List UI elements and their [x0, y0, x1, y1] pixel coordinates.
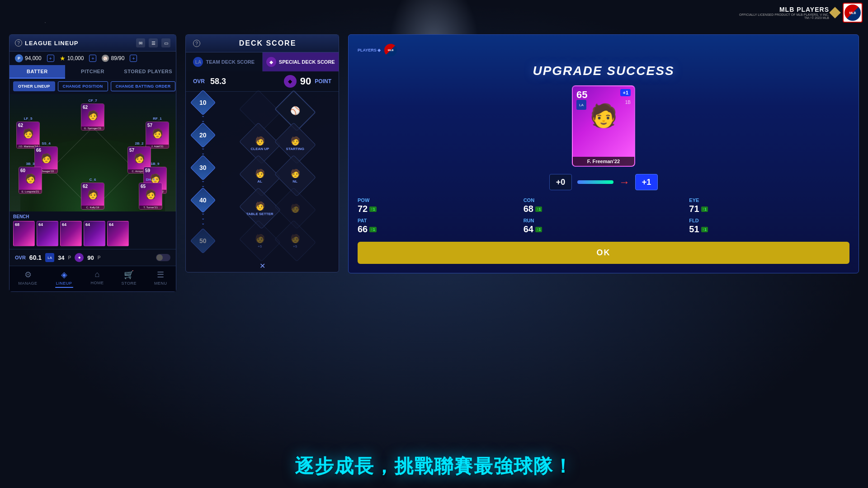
- settings-icon[interactable]: ☰: [149, 38, 158, 47]
- deck-point-label: POINT: [315, 78, 331, 84]
- 3b-card-bg: 60 🧑 E. Longoria'21: [19, 167, 42, 193]
- change-batting-order-button[interactable]: CHANGE BATTING ORDER: [111, 81, 176, 91]
- 2b-rating: 57: [129, 148, 134, 153]
- lineup-icon: ◈: [61, 270, 67, 280]
- other-lineup-button[interactable]: OTHER LINEUP: [13, 81, 55, 91]
- help-badge[interactable]: ?: [15, 39, 22, 47]
- tab-batter[interactable]: BATTER: [9, 65, 65, 79]
- change-position-button[interactable]: CHANGE POSITION: [58, 81, 108, 91]
- team-badge-sm: LA: [45, 253, 54, 262]
- top-bar: MLB PLAYERS OFFICIALLY LICENSED PRODUCT …: [739, 0, 868, 25]
- position-dh[interactable]: DH_8 65 🧑 T. Turner'21: [139, 178, 162, 210]
- con-value: 68: [524, 204, 533, 214]
- lineup-panel: ? LEAGUE LINEUP ✉ ☰ ▭ P 94,000 + ★ 10,00…: [9, 34, 176, 292]
- score-num-20: 20: [190, 122, 216, 148]
- c-card[interactable]: 62 🧑 C. Kelly'19: [81, 183, 104, 210]
- deck-header: ? DECK SCORE: [186, 35, 339, 52]
- nav-menu[interactable]: ☰ MENU: [147, 270, 175, 288]
- dh-card[interactable]: 65 🧑 T. Turner'21: [139, 183, 162, 210]
- tab-special-deck[interactable]: ◆ SPECIAL DECK SCORE: [263, 52, 339, 71]
- stat-eye: EYE 71 ↑1: [689, 197, 849, 214]
- archive-icon[interactable]: ▭: [161, 38, 170, 47]
- lf-rating: 62: [18, 123, 23, 128]
- 3b-rating: 60: [20, 168, 25, 173]
- score-badges-40: 🧑 TABLE SETTER 🧑: [220, 195, 335, 222]
- panel-title: LEAGUE LINEUP: [25, 40, 78, 47]
- bench-card-4[interactable]: 64: [84, 221, 105, 246]
- deck-help-badge[interactable]: ?: [193, 40, 200, 47]
- cf-label: CF_7: [88, 99, 97, 103]
- ok-button[interactable]: OK: [358, 242, 849, 264]
- nav-home-label: HOME: [91, 281, 104, 285]
- nav-lineup[interactable]: ◈ LINEUP: [48, 270, 80, 288]
- toggle-switch[interactable]: [156, 254, 170, 261]
- deck-ovr-value: 58.3: [210, 77, 226, 86]
- ball-amount: 89/90: [111, 55, 124, 61]
- level-arrow-icon: →: [619, 176, 630, 188]
- p-badge2: P: [98, 255, 101, 260]
- position-3b[interactable]: 3B_3 60 🧑 E. Longoria'21: [19, 162, 42, 194]
- nav-store[interactable]: 🛒 STORE: [114, 270, 144, 288]
- stat-run: RUN 64 ↑1: [524, 218, 684, 235]
- mail-icon[interactable]: ✉: [136, 38, 145, 47]
- team-tab-icon: LA: [193, 57, 203, 67]
- ball-currency: ⚾ 89/90: [102, 55, 124, 62]
- pat-value-row: 66 ↑1: [358, 224, 518, 235]
- score-num-10: 10: [190, 90, 216, 116]
- stat-con: CON 68 ↑1: [524, 197, 684, 214]
- tab-pitcher[interactable]: PITCHER: [65, 65, 121, 79]
- upgrade-logos: PLAYERS ◆ MLB: [358, 44, 397, 56]
- dh-rating: 65: [141, 184, 146, 189]
- p-plus-button[interactable]: +: [47, 55, 54, 62]
- ball-icon: ⚾: [102, 55, 109, 62]
- upgrade-team-badge: LA: [576, 100, 586, 110]
- toggle-thumb: [156, 254, 163, 261]
- bottom-nav: ⚙ MANAGE ◈ LINEUP ⌂ HOME 🛒 STORE ☰ MENU: [9, 266, 176, 291]
- 3b-name: E. Longoria'21: [19, 190, 42, 193]
- bench-card-5[interactable]: 64: [107, 221, 129, 246]
- 3b-card[interactable]: 60 🧑 E. Longoria'21: [19, 167, 42, 194]
- score-row-10: 10 ⌄ ⌄ ⌄ ⚾: [189, 95, 335, 126]
- panel-header: ? LEAGUE LINEUP ✉ ☰ ▭: [9, 35, 176, 52]
- bench-label: BENCH: [13, 214, 172, 219]
- star-amount: 10,000: [67, 55, 84, 61]
- bench-card-1[interactable]: 68: [13, 221, 35, 246]
- main-content: ? LEAGUE LINEUP ✉ ☰ ▭ P 94,000 + ★ 10,00…: [0, 25, 868, 488]
- dh-card-bg: 65 🧑 T. Turner'21: [139, 183, 162, 209]
- ovr-bar: OVR 60.1 LA 34 P ◆ 90 P: [9, 249, 176, 266]
- purple-badge: ◆: [75, 253, 84, 262]
- nav-manage-label: MANAGE: [19, 281, 38, 286]
- bench-card-3[interactable]: 64: [60, 221, 82, 246]
- ball-plus-button[interactable]: +: [130, 55, 137, 62]
- cf-rating: 62: [83, 105, 88, 110]
- tab-stored[interactable]: STORED PLAYERS: [120, 65, 176, 79]
- run-value-row: 64 ↑1: [524, 224, 684, 235]
- upgrade-card-rating: 65: [576, 89, 587, 101]
- 3b-label: 3B_3: [26, 162, 34, 166]
- upgrade-player-card: 65 +1 LA 1B 🧑 F. Freeman'22: [572, 85, 635, 167]
- close-x-icon[interactable]: ✕: [259, 262, 265, 270]
- nav-manage[interactable]: ⚙ MANAGE: [11, 270, 45, 288]
- rf-rating: 57: [147, 123, 152, 128]
- score-row-30: 30 ⌄ ⌄ ⌄ 🧑 AL: [189, 160, 335, 191]
- position-c[interactable]: C_6 62 🧑 C. Kelly'19: [81, 178, 104, 210]
- c-card-bg: 62 🧑 C. Kelly'19: [81, 183, 104, 209]
- cf-card[interactable]: 62 🧑 G. Springer'21: [81, 103, 104, 131]
- nav-home[interactable]: ⌂ HOME: [84, 270, 111, 288]
- lf-label: LF_5: [24, 117, 33, 121]
- deck-title: DECK SCORE: [204, 39, 331, 47]
- mlb-logo: MLB: [844, 5, 861, 21]
- dh-label: DH_8: [146, 178, 155, 182]
- panel-title-row: ? LEAGUE LINEUP: [15, 39, 78, 47]
- ovr-score-row: OVR 58.3 ◆ 90 POINT: [186, 71, 339, 92]
- score-badges-30: 🧑 AL 🧑 NL: [220, 162, 335, 189]
- position-cf[interactable]: CF_7 62 🧑 G. Springer'21: [81, 99, 104, 131]
- star-plus-button[interactable]: +: [89, 55, 96, 62]
- eye-label: EYE: [689, 197, 849, 203]
- bench-card-2[interactable]: 64: [37, 221, 58, 246]
- tab-team-deck[interactable]: LA TEAM DECK SCORE: [186, 52, 263, 71]
- upgrade-card-area: 65 +1 LA 1B 🧑 F. Freeman'22: [358, 85, 849, 167]
- nav-underline: [55, 287, 73, 288]
- score-num-50: 50: [190, 228, 216, 254]
- upgrade-level-row: +0 → +1: [358, 174, 849, 190]
